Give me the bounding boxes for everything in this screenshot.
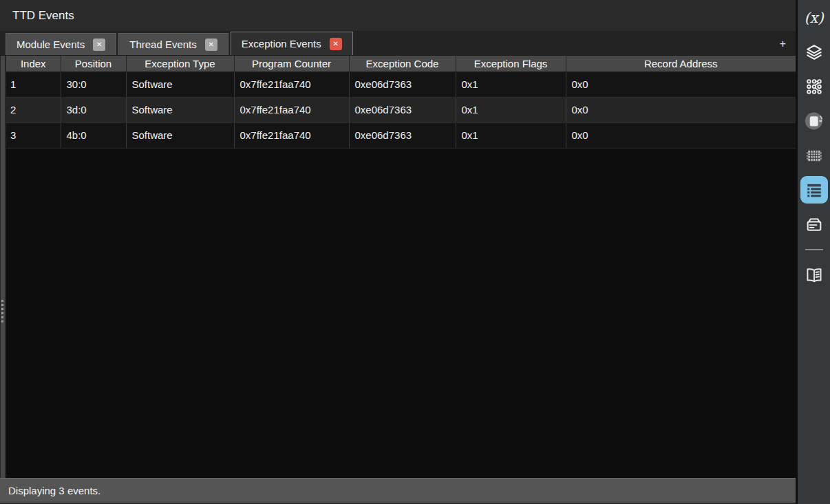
table-row[interactable]: 1 30:0 Software 0x7ffe21faa740 0xe06d736… <box>6 72 796 97</box>
column-header-exception-flags[interactable]: Exception Flags <box>456 56 566 72</box>
sidebar-button-graph[interactable] <box>800 73 828 100</box>
expressions-icon: (x) <box>804 10 823 26</box>
page-title: TTD Events <box>12 9 74 23</box>
tab-label: Exception Events <box>242 38 321 50</box>
vertical-splitter[interactable] <box>0 56 6 478</box>
layers-icon <box>805 43 823 61</box>
record-icon <box>804 111 824 131</box>
column-header-index[interactable]: Index <box>6 56 61 72</box>
sidebar-button-book[interactable] <box>800 261 828 289</box>
close-icon[interactable]: ✕ <box>205 39 217 51</box>
column-header-program-counter[interactable]: Program Counter <box>234 56 349 72</box>
tab-bar: Module Events ✕ Thread Events ✕ Exceptio… <box>0 31 796 55</box>
graph-icon <box>805 78 823 96</box>
sidebar-button-expressions[interactable]: (x) <box>800 4 828 32</box>
main-panel: TTD Events Module Events ✕ Thread Events… <box>0 0 796 504</box>
archive-icon <box>805 215 824 234</box>
status-text: Displaying 3 events. <box>8 485 100 496</box>
sidebar-button-memory[interactable] <box>800 142 828 169</box>
events-table-area: Index Position Exception Type Program Co… <box>0 55 796 478</box>
tab-exception-events[interactable]: Exception Events ✕ <box>231 32 353 55</box>
table-header-row: Index Position Exception Type Program Co… <box>6 56 796 72</box>
add-tab-button[interactable]: + <box>780 39 786 50</box>
sidebar-button-events-list[interactable] <box>800 176 828 204</box>
tab-thread-events[interactable]: Thread Events ✕ <box>118 33 228 55</box>
events-table: Index Position Exception Type Program Co… <box>6 56 796 149</box>
memory-grid-icon <box>805 146 824 165</box>
ttd-events-window: TTD Events Module Events ✕ Thread Events… <box>0 0 830 504</box>
close-icon[interactable]: ✕ <box>330 38 342 50</box>
toolbar-divider <box>805 249 823 250</box>
sidebar-button-archive[interactable] <box>800 210 828 238</box>
book-icon <box>805 265 824 285</box>
splitter-track <box>1 56 5 478</box>
events-list-icon <box>805 181 823 199</box>
panel-titlebar: TTD Events <box>0 0 796 31</box>
close-icon[interactable]: ✕ <box>93 39 105 51</box>
tab-label: Module Events <box>17 39 85 50</box>
sidebar-button-record[interactable] <box>800 107 828 135</box>
column-header-exception-type[interactable]: Exception Type <box>126 56 234 72</box>
column-header-exception-code[interactable]: Exception Code <box>349 56 456 72</box>
tab-label: Thread Events <box>129 39 197 50</box>
table-row[interactable]: 2 3d:0 Software 0x7ffe21faa740 0xe06d736… <box>6 97 796 122</box>
column-header-record-address[interactable]: Record Address <box>566 56 796 72</box>
right-toolbar: (x) <box>796 0 830 504</box>
column-header-position[interactable]: Position <box>61 56 126 72</box>
tab-module-events[interactable]: Module Events ✕ <box>6 33 116 55</box>
table-row[interactable]: 3 4b:0 Software 0x7ffe21faa740 0xe06d736… <box>6 122 796 148</box>
status-bar: Displaying 3 events. <box>0 478 796 504</box>
sidebar-button-layers[interactable] <box>800 39 828 66</box>
splitter-handle-icon[interactable] <box>1 300 3 322</box>
